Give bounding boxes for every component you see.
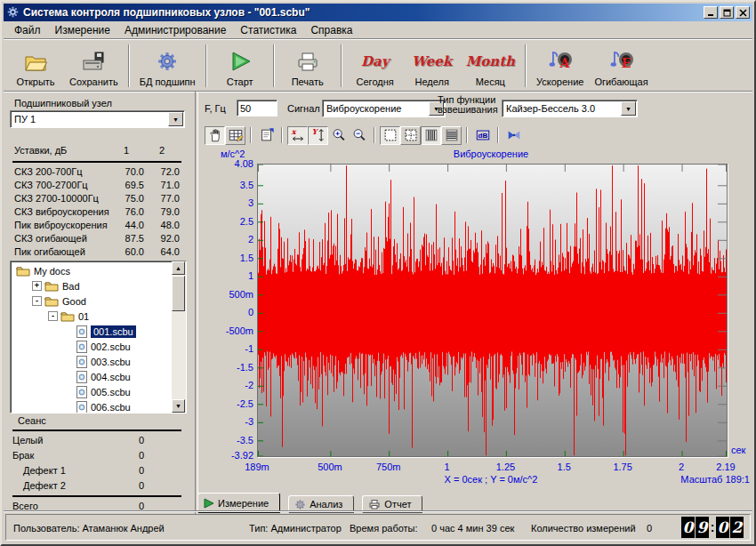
tree-item-label: 002.scbu: [91, 341, 131, 352]
title-bar[interactable]: Система контроля подшипниковых узлов - "…: [4, 4, 752, 21]
x-scale-button[interactable]: x: [287, 126, 308, 145]
setpoint-value-2: 77.0: [144, 193, 180, 204]
xscale-icon: x: [290, 127, 306, 143]
toolbar-separator: [497, 127, 499, 143]
toolbar-button-label: Месяц: [476, 76, 505, 87]
db-scale-button[interactable]: dB: [472, 126, 493, 145]
signal-button[interactable]: [503, 126, 524, 145]
setpoints-col2-header: 2: [144, 145, 180, 156]
frame-toggle-button[interactable]: [380, 126, 400, 145]
open-button[interactable]: Открыть: [7, 43, 64, 89]
note-e-icon: E: [608, 48, 635, 75]
file-tree[interactable]: My docs+Bad-Good-01001.scbu002.scbu003.s…: [10, 261, 187, 414]
bearing-node-select[interactable]: ПУ 1 ▼: [10, 110, 185, 128]
y-tick-label: 2.5: [240, 216, 253, 227]
zoom-out-button[interactable]: [349, 126, 369, 145]
tree-item-004-scbu[interactable]: 004.scbu: [12, 369, 171, 384]
tree-item-my-docs[interactable]: My docs: [12, 263, 171, 278]
svg-text:x: x: [291, 127, 296, 136]
db-bearings-button[interactable]: БД подшипн: [134, 43, 201, 89]
svg-text:dB: dB: [478, 132, 487, 140]
chart-panel: F, Гц Сигнал Виброускорение ▼ Тип функци…: [197, 93, 754, 514]
chevron-down-icon[interactable]: ▼: [168, 112, 183, 126]
tree-item-002-scbu[interactable]: 002.scbu: [12, 339, 171, 354]
tree-item-001-scbu[interactable]: 001.scbu: [12, 324, 171, 339]
tree-item-01[interactable]: -01: [12, 309, 171, 324]
signal-value: Виброускорение: [323, 103, 429, 114]
status-bar: Пользователь: Атаманюк Андрей Тип: Админ…: [5, 514, 751, 541]
month-text-icon: Month: [466, 48, 515, 75]
tree-item-005-scbu[interactable]: 005.scbu: [12, 384, 171, 399]
y-tick-label: 500m: [229, 289, 253, 300]
data-table-button[interactable]: [225, 126, 245, 145]
toolbar-separator: [205, 44, 207, 87]
tree-item-006-scbu[interactable]: 006.scbu: [12, 399, 171, 413]
x-tick-label: 1.5: [558, 462, 571, 472]
save-button[interactable]: Сохранить: [64, 43, 124, 89]
properties-button[interactable]: [256, 126, 277, 145]
close-button[interactable]: [736, 6, 750, 19]
menu-file[interactable]: Файл: [7, 22, 48, 38]
setpoints-header: Уставки, дБ: [14, 145, 67, 156]
scrollbar-thumb[interactable]: [172, 276, 185, 311]
frequency-input[interactable]: [237, 100, 277, 116]
menu-bar: ФайлИзмерениеАдминистрированиеСтатистика…: [4, 22, 752, 38]
month-button[interactable]: MonthМесяц: [461, 43, 520, 89]
day-text-icon: Day: [361, 48, 389, 75]
zoom-in-button[interactable]: [328, 126, 349, 145]
x-tick-label: 1: [445, 462, 450, 472]
chevron-down-icon[interactable]: ▼: [621, 101, 636, 116]
grid-toggle-button[interactable]: [400, 126, 421, 145]
maximize-button[interactable]: [720, 6, 734, 19]
setpoint-name: СКЗ 2700-10000Гц: [14, 193, 99, 204]
start-button[interactable]: Старт: [212, 43, 269, 89]
acceleration-button[interactable]: AУскорение: [531, 43, 589, 89]
hand-icon: [207, 127, 223, 143]
collapse-icon[interactable]: -: [32, 296, 42, 306]
digital-clock: 09:02: [681, 517, 744, 538]
toolbar-button-label: Неделя: [414, 76, 448, 87]
minimize-button[interactable]: [704, 6, 718, 19]
collapse-icon[interactable]: -: [48, 311, 58, 321]
print-button[interactable]: Печать: [279, 43, 336, 89]
setpoints-col1-header: 1: [109, 145, 144, 156]
envelope-button[interactable]: EОгибающая: [589, 43, 653, 89]
setpoint-value-1: 70.0: [109, 166, 144, 177]
svg-text:Y: Y: [311, 127, 318, 136]
session-row: Брак 0: [5, 450, 194, 464]
menu-statistics[interactable]: Статистика: [233, 22, 303, 38]
session-row-value: 0: [109, 450, 144, 461]
signal-label: Сигнал: [287, 103, 320, 114]
tree-item-003-scbu[interactable]: 003.scbu: [12, 354, 171, 369]
setpoint-name: СКЗ 200-700Гц: [14, 166, 83, 177]
waveform-plot[interactable]: [257, 164, 728, 457]
expand-icon[interactable]: +: [32, 281, 42, 291]
printer-icon: [295, 48, 320, 75]
toolbar-separator: [466, 127, 468, 143]
menu-help[interactable]: Справка: [303, 22, 359, 38]
clock-digit: 0: [716, 517, 729, 538]
setpoint-value-1: 75.0: [109, 193, 144, 204]
tree-item-good[interactable]: -Good: [12, 293, 171, 309]
menu-measurement[interactable]: Измерение: [48, 22, 117, 38]
y-tick-label: 3: [248, 197, 253, 208]
menu-administration[interactable]: Администрирование: [117, 22, 233, 38]
y-scale-button[interactable]: Y: [308, 126, 328, 145]
y-tick-label: -2.5: [237, 398, 253, 409]
horizontal-grid-button[interactable]: [441, 126, 462, 145]
weighting-select[interactable]: Кайзер-Бессель 3.0 ▼: [502, 100, 638, 117]
session-row-label: Дефект 1: [23, 465, 66, 476]
printer-small-icon: [368, 499, 381, 510]
scroll-down-icon[interactable]: ▼: [172, 399, 185, 413]
pan-button[interactable]: [205, 126, 225, 145]
tree-scrollbar[interactable]: ▲ ▼: [172, 261, 186, 413]
tree-item-label: Bad: [62, 281, 80, 292]
vertical-grid-button[interactable]: [421, 126, 441, 145]
day-button[interactable]: DayСегодня: [347, 43, 404, 89]
tab-label: Отчет: [384, 499, 411, 510]
week-button[interactable]: WeekНеделя: [404, 43, 461, 89]
tree-item-bad[interactable]: +Bad: [12, 278, 171, 293]
scroll-up-icon[interactable]: ▲: [172, 261, 185, 275]
setpoint-name: Пик огибающей: [14, 246, 85, 257]
signal-select[interactable]: Виброускорение ▼: [322, 100, 446, 117]
